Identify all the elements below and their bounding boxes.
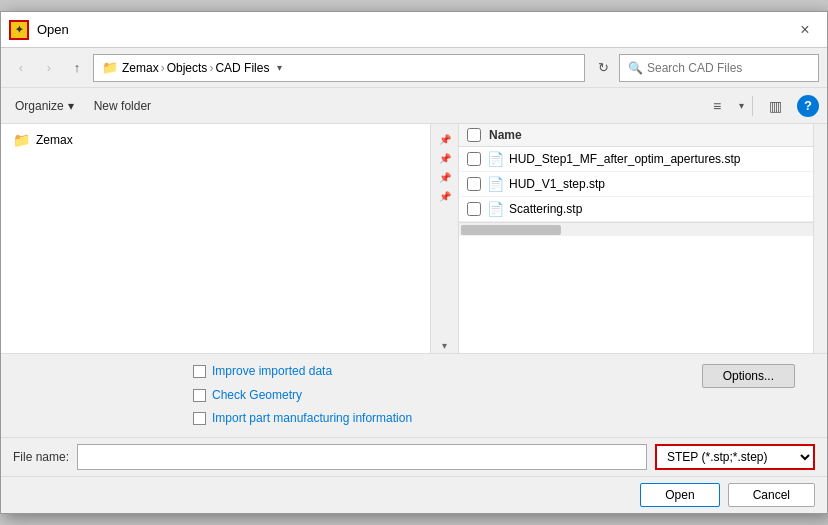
file-checkbox-1[interactable] xyxy=(467,177,481,191)
tree-item-label: Zemax xyxy=(36,133,73,147)
action-bar: Open Cancel xyxy=(1,476,827,513)
options-button[interactable]: Options... xyxy=(702,364,795,388)
file-icon-2: 📄 xyxy=(487,201,503,217)
checkbox-label-1: Check Geometry xyxy=(212,388,302,404)
hscroll-thumb[interactable] xyxy=(461,225,561,235)
checkbox-item-1[interactable]: Check Geometry xyxy=(193,388,412,404)
organize-label: Organize xyxy=(15,99,64,113)
options-area: Improve imported data Check Geometry Imp… xyxy=(1,354,827,438)
organize-button[interactable]: Organize ▾ xyxy=(9,97,80,115)
path-dropdown-arrow[interactable]: ▾ xyxy=(277,62,282,73)
view-icon: ≡ xyxy=(713,98,721,114)
pin-arrow-5[interactable]: ▾ xyxy=(440,338,449,353)
new-folder-button[interactable]: New folder xyxy=(88,97,157,115)
checkbox-item-2[interactable]: Import part manufacturing information xyxy=(193,411,412,427)
tree-item-zemax[interactable]: 📁 Zemax xyxy=(1,128,430,152)
search-box[interactable]: 🔍 xyxy=(619,54,819,82)
panel-button[interactable]: ▥ xyxy=(761,92,789,120)
checkboxes-col: Improve imported data Check Geometry Imp… xyxy=(13,364,412,427)
checkbox-label-2: Import part manufacturing information xyxy=(212,411,412,427)
filetype-select[interactable]: STEP (*.stp;*.step) IGES (*.igs;*.iges) … xyxy=(655,444,815,470)
address-path[interactable]: 📁 Zemax › Objects › CAD Files ▾ xyxy=(93,54,585,82)
column-name: Name xyxy=(489,128,522,142)
file-panel: Name 📄 HUD_Step1_MF_after_optim_aperture… xyxy=(459,124,827,353)
view-icon-button[interactable]: ≡ xyxy=(703,92,731,120)
checkbox-label-0: Improve imported data xyxy=(212,364,332,380)
refresh-button[interactable]: ↻ xyxy=(591,56,615,80)
dialog-title: Open xyxy=(37,22,791,37)
file-item-0[interactable]: 📄 HUD_Step1_MF_after_optim_apertures.stp xyxy=(459,147,827,172)
view-dropdown-arrow[interactable]: ▾ xyxy=(739,100,744,111)
cancel-button[interactable]: Cancel xyxy=(728,483,815,507)
filename-input[interactable] xyxy=(77,444,647,470)
file-name-2: Scattering.stp xyxy=(509,202,582,216)
organize-arrow: ▾ xyxy=(68,99,74,113)
folder-icon: 📁 xyxy=(13,132,30,148)
nav-panel: 📁 Zemax xyxy=(1,124,431,353)
forward-button[interactable]: › xyxy=(37,56,61,80)
up-button[interactable]: ↑ xyxy=(65,56,89,80)
app-icon: ✦ xyxy=(9,20,29,40)
panel-icon: ▥ xyxy=(769,98,782,114)
file-item-1[interactable]: 📄 HUD_V1_step.stp xyxy=(459,172,827,197)
search-icon: 🔍 xyxy=(628,61,643,75)
path-text: Zemax › Objects › CAD Files xyxy=(122,61,269,75)
select-all-checkbox[interactable] xyxy=(467,128,481,142)
file-icon-1: 📄 xyxy=(487,176,503,192)
search-input[interactable] xyxy=(647,61,810,75)
pin-arrow-3[interactable]: 📌 xyxy=(437,170,453,185)
help-button[interactable]: ? xyxy=(797,95,819,117)
horizontal-scrollbar[interactable] xyxy=(459,222,827,236)
help-icon: ? xyxy=(804,98,812,113)
toolbar: Organize ▾ New folder ≡ ▾ ▥ ? xyxy=(1,88,827,124)
file-checkbox-2[interactable] xyxy=(467,202,481,216)
checkbox-2[interactable] xyxy=(193,412,206,425)
vertical-scrollbar[interactable] xyxy=(813,124,827,353)
file-name-0: HUD_Step1_MF_after_optim_apertures.stp xyxy=(509,152,740,166)
view-separator xyxy=(752,96,753,116)
checkbox-0[interactable] xyxy=(193,365,206,378)
pin-arrow-2[interactable]: 📌 xyxy=(437,151,453,166)
file-item-2[interactable]: 📄 Scattering.stp xyxy=(459,197,827,222)
folder-icon: 📁 xyxy=(102,60,118,75)
pin-arrow-4[interactable]: 📌 xyxy=(437,189,453,204)
file-name-1: HUD_V1_step.stp xyxy=(509,177,605,191)
filename-bar: File name: STEP (*.stp;*.step) IGES (*.i… xyxy=(1,438,827,476)
close-button[interactable]: × xyxy=(791,16,819,44)
file-checkbox-0[interactable] xyxy=(467,152,481,166)
main-content: 📁 Zemax 📌 📌 📌 📌 ▾ Name 📄 HUD_Step1_MF_af… xyxy=(1,124,827,354)
checkbox-1[interactable] xyxy=(193,389,206,402)
new-folder-label: New folder xyxy=(94,99,151,113)
back-button[interactable]: ‹ xyxy=(9,56,33,80)
pin-arrow-1[interactable]: 📌 xyxy=(437,132,453,147)
address-bar: ‹ › ↑ 📁 Zemax › Objects › CAD Files ▾ ↻ … xyxy=(1,48,827,88)
open-dialog: ✦ Open × ‹ › ↑ 📁 Zemax › Objects › CAD F… xyxy=(0,11,828,514)
title-bar: ✦ Open × xyxy=(1,12,827,48)
open-button[interactable]: Open xyxy=(640,483,719,507)
checkbox-item-0[interactable]: Improve imported data xyxy=(193,364,412,380)
file-list-header: Name xyxy=(459,124,827,147)
filename-label: File name: xyxy=(13,450,69,464)
file-icon-0: 📄 xyxy=(487,151,503,167)
pin-panel: 📌 📌 📌 📌 ▾ xyxy=(431,124,459,353)
options-btn-col: Options... xyxy=(432,364,815,427)
